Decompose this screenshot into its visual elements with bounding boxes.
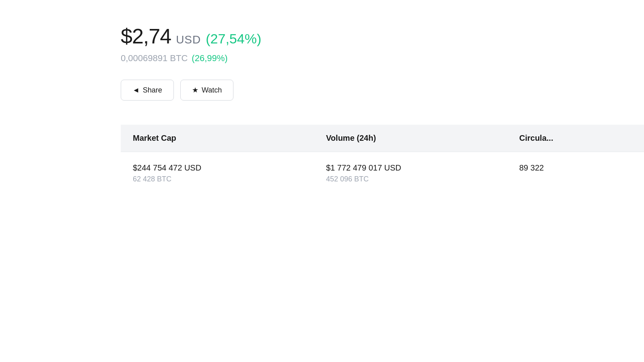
market-cap-btc: 62 428 BTC — [133, 175, 302, 183]
price-change-btc: (26,99%) — [192, 53, 227, 64]
volume-header: Volume (24h) — [314, 125, 507, 152]
price-btc-row: 0,00069891 BTC (26,99%) — [121, 53, 644, 64]
action-buttons: ◄ Share ★ Watch — [121, 80, 644, 101]
circulating-value: 89 322 — [519, 163, 632, 173]
stats-data-row: $244 754 472 USD 62 428 BTC $1 772 479 0… — [121, 152, 644, 195]
stats-table: Market Cap Volume (24h) Circula... $244 … — [121, 125, 644, 195]
volume-usd: $1 772 479 017 USD — [326, 163, 495, 173]
volume-btc: 452 096 BTC — [326, 175, 495, 183]
share-label: Share — [143, 86, 162, 95]
share-button[interactable]: ◄ Share — [121, 80, 174, 101]
watch-button[interactable]: ★ Watch — [180, 80, 233, 101]
price-currency: USD — [176, 33, 201, 46]
stats-header-row: Market Cap Volume (24h) Circula... — [121, 125, 644, 152]
watch-label: Watch — [202, 86, 222, 95]
volume-cell: $1 772 479 017 USD 452 096 BTC — [314, 152, 507, 195]
price-main-row: $2,74 USD (27,54%) — [121, 24, 644, 48]
star-icon: ★ — [192, 86, 198, 95]
market-cap-cell: $244 754 472 USD 62 428 BTC — [121, 152, 314, 195]
price-change-usd: (27,54%) — [206, 31, 261, 47]
market-cap-usd: $244 754 472 USD — [133, 163, 302, 173]
circulating-cell: 89 322 — [507, 152, 644, 195]
circulating-header: Circula... — [507, 125, 644, 152]
price-section: $2,74 USD (27,54%) 0,00069891 BTC (26,99… — [121, 24, 644, 64]
market-cap-header: Market Cap — [121, 125, 314, 152]
price-usd-value: $2,74 — [121, 24, 171, 48]
share-icon: ◄ — [132, 86, 140, 95]
price-btc-value: 0,00069891 BTC — [121, 53, 188, 64]
